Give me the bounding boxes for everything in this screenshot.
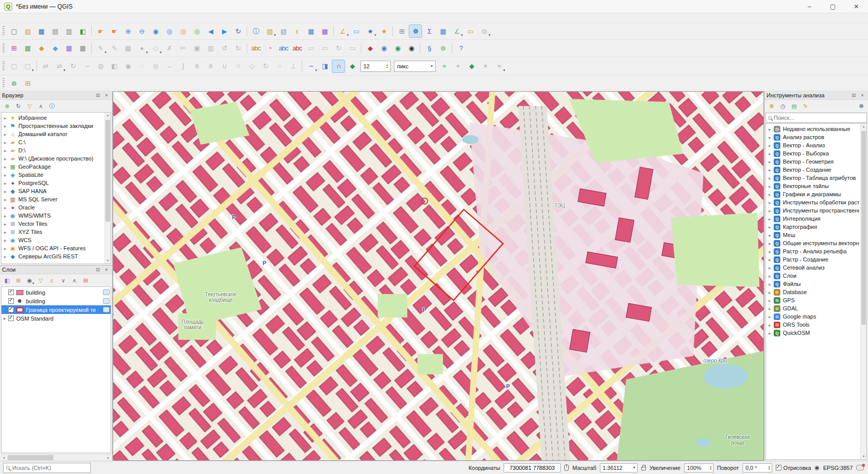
processing-group[interactable]: ▶ G Google maps	[767, 312, 859, 321]
simplify-feature-button[interactable]: ∼	[80, 60, 93, 73]
expander-icon[interactable]: ▶	[769, 209, 774, 213]
new-spatialite-button[interactable]: ◆	[48, 42, 62, 55]
tracing-offset-button[interactable]: ≈	[492, 60, 506, 73]
expander-icon[interactable]: ▶	[769, 160, 774, 164]
browser-item[interactable]: ▶ ◉ WMS/WMTS	[3, 212, 103, 220]
copy-move-feature-button[interactable]: ⇄	[52, 60, 66, 73]
highlight-labels-button[interactable]: ▭	[304, 42, 318, 55]
rotation-spinner[interactable]: 0,0 ° ▴▾	[743, 463, 772, 472]
lock-scale-icon[interactable]	[641, 467, 646, 470]
refresh-map-button[interactable]: ↻	[231, 24, 245, 38]
expander-icon[interactable]: ▶	[769, 315, 774, 319]
close-icon[interactable]: ×	[103, 92, 110, 99]
expander-icon[interactable]: ▶	[769, 193, 774, 196]
expander-icon[interactable]: ▶	[769, 266, 774, 270]
new-geopackage-button[interactable]: ▦	[21, 42, 34, 55]
expander-icon[interactable]: ▶	[4, 317, 8, 320]
expander-icon[interactable]: ▶	[4, 190, 9, 193]
expander-icon[interactable]: ▶	[769, 323, 774, 327]
expander-icon[interactable]: ▶	[769, 291, 774, 294]
offset-curve-button[interactable]: ⌣	[163, 60, 176, 73]
messages-icon[interactable]	[856, 465, 864, 470]
expander-icon[interactable]: ▶	[769, 250, 774, 253]
statistical-summary-button[interactable]: ⊞	[395, 24, 408, 38]
expander-icon[interactable]: ▶	[4, 206, 9, 209]
browser-item[interactable]: ▶ ▦ GeoPackage	[3, 163, 103, 171]
identify-features-button[interactable]: ⓘ	[249, 24, 262, 38]
processing-group[interactable]: ▶ Q Картография	[767, 223, 859, 231]
magnifier-spinner[interactable]: 100% ▴▾	[684, 463, 714, 472]
menu-item[interactable]	[16, 17, 23, 18]
browser-item[interactable]: ▶ ◉ WFS / OGC API - Features	[3, 244, 103, 252]
minimize-button[interactable]: –	[798, 0, 821, 13]
python-console-button[interactable]: §	[423, 42, 436, 55]
expander-icon[interactable]: ▶	[769, 242, 774, 245]
scroll-down-icon[interactable]: ▾	[861, 454, 866, 459]
expander-icon[interactable]: ▶	[769, 274, 774, 278]
current-edits-button[interactable]: ✎	[94, 42, 107, 55]
save-edits-button[interactable]: ▦	[121, 42, 135, 55]
expander-icon[interactable]: ▶	[4, 255, 9, 258]
toolbar-handle[interactable]	[3, 78, 5, 88]
cad-float-button[interactable]: ▢	[21, 60, 34, 73]
processing-group[interactable]: ▶ Q Слои	[767, 272, 859, 280]
deselect-all-button[interactable]: ▧	[277, 24, 290, 38]
browser-item[interactable]: ▶ ▥ MS SQL Server	[3, 195, 103, 203]
osm-globe-button[interactable]: ◉	[405, 42, 418, 55]
layer-row[interactable]: ▶ ✓ Граница проектируемой те	[2, 305, 111, 314]
expander-icon[interactable]: ▶	[769, 331, 774, 335]
processing-group[interactable]: ▶ O ORS Tools	[767, 321, 859, 329]
smoothing-unit-combo[interactable]: пикс ▾	[394, 61, 436, 72]
processing-group[interactable]: ▶ Q Общие инструменты векторны...	[767, 239, 859, 247]
expander-icon[interactable]: ▶	[769, 152, 774, 155]
scroll-right-icon[interactable]: ▸	[106, 455, 111, 461]
menu-item[interactable]	[45, 17, 52, 18]
topological-editing-button[interactable]: ◆	[346, 60, 359, 73]
expander-icon[interactable]: ▶	[4, 133, 9, 136]
expander-icon[interactable]: ▶	[4, 181, 9, 185]
collapse-all-button[interactable]: ∧	[35, 101, 46, 112]
processing-group[interactable]: ▶ Q Векторные тайлы	[767, 182, 859, 190]
expander-icon[interactable]: ▶	[4, 124, 9, 128]
toolbar-button[interactable]	[359, 42, 363, 55]
toolbar-button[interactable]	[418, 42, 422, 55]
menu-item[interactable]	[23, 17, 31, 18]
refresh-browser-button[interactable]: ↻	[13, 101, 23, 112]
coordinates-input[interactable]	[504, 463, 561, 472]
scroll-up-icon[interactable]: ▴	[861, 124, 866, 129]
close-icon[interactable]: ×	[103, 267, 110, 273]
style-manager-button[interactable]: ◧	[76, 24, 89, 38]
self-snapping-button[interactable]: ◆	[465, 60, 478, 73]
toolbar-button[interactable]	[300, 60, 304, 73]
open-attribute-table-button[interactable]: ▦	[304, 24, 318, 38]
expander-icon[interactable]: ▶	[769, 127, 774, 131]
zoom-native-button[interactable]: ◉	[149, 24, 162, 38]
menu-item[interactable]	[88, 17, 95, 18]
processing-history-button[interactable]: ◷	[777, 101, 788, 112]
toolbar-button[interactable]	[245, 24, 249, 38]
new-virtual-layer-button[interactable]: ▦	[62, 42, 75, 55]
osm-place-search-button[interactable]: ⊚	[7, 76, 20, 90]
labeling-options-button[interactable]: abc	[277, 42, 290, 55]
render-toggle[interactable]: ✓ Отрисовка	[776, 465, 811, 471]
avoid-overlap-button[interactable]: ×	[479, 60, 492, 73]
processing-options-button[interactable]: ☸	[856, 101, 866, 112]
render-checkbox[interactable]: ✓	[776, 465, 781, 470]
layer-checkbox[interactable]: ✓	[8, 315, 14, 321]
fill-ring-button[interactable]: ◉	[121, 60, 135, 73]
remove-layer-button[interactable]: ⊟	[80, 275, 91, 286]
move-label-button[interactable]: ▭	[318, 42, 331, 55]
properties-button[interactable]: ⓘ	[46, 101, 57, 112]
expander-icon[interactable]: ▶	[769, 144, 774, 147]
scroll-up-icon[interactable]: ▴	[105, 113, 111, 118]
zoom-next-button[interactable]: ▶	[218, 24, 231, 38]
expander-icon[interactable]: ▶	[4, 214, 9, 218]
pan-map-button[interactable]: ☛	[94, 24, 107, 38]
map-themes-button[interactable]: ◉	[24, 275, 35, 286]
browser-item[interactable]: ▶ ⚑ Пространственные закладки	[3, 122, 103, 130]
measure-button[interactable]: ∠	[336, 24, 349, 38]
split-features-button[interactable]: ⋔	[204, 60, 217, 73]
processing-group[interactable]: ▶ Q QuickOSM	[767, 329, 859, 337]
layer-row[interactable]: ▶ ✓ building	[2, 288, 111, 297]
layer-diagram-button[interactable]: ◔	[263, 42, 276, 55]
